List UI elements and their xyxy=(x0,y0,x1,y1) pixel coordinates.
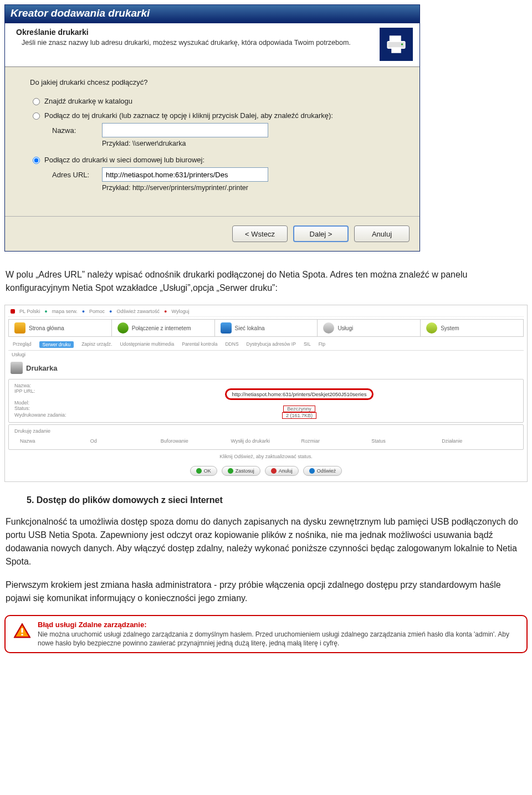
document-paragraph-url-hint: W polu „Adres URL” należy wpisać odnośni… xyxy=(6,268,526,295)
subtab-parental[interactable]: Parental kontrola xyxy=(182,341,217,348)
printer-url-label: Adres URL: xyxy=(52,171,102,179)
tab-system[interactable]: System xyxy=(421,320,523,336)
printer-section-title: Drukarka xyxy=(8,358,524,377)
printer-url-example: Przykład: http://server/printers/myprint… xyxy=(102,184,403,192)
spot-sub-tabs: Przegląd Serwer druku Zapisz urządz. Udo… xyxy=(8,339,524,351)
next-button[interactable]: Dalej > xyxy=(293,225,349,242)
printer-large-icon xyxy=(380,28,413,61)
tab-home[interactable]: Strona główna xyxy=(9,320,112,336)
queue-columns: Nazwa Od Buforowanie Wysłij do drukarki … xyxy=(14,436,518,446)
x-icon xyxy=(271,468,277,474)
refresh-icon xyxy=(309,468,315,474)
add-printer-wizard: Kreator dodawania drukarki Określanie dr… xyxy=(4,4,420,252)
window-titlebar[interactable]: Kreator dodawania drukarki xyxy=(5,5,420,23)
svg-rect-8 xyxy=(21,634,23,635)
home-icon xyxy=(14,322,25,334)
services-icon xyxy=(323,322,334,334)
subtab-sil[interactable]: SIL xyxy=(304,341,311,348)
subtab-overview[interactable]: Przegląd xyxy=(13,341,32,348)
radio-connect-url[interactable] xyxy=(33,157,40,164)
netia-spot-config-screenshot: PL Polski ●mapa serw. ●Pomoc ●Odśwież za… xyxy=(4,305,528,482)
printer-info-box: Nazwa: IPP URL: http://netiaspot.home:63… xyxy=(8,379,524,423)
radio-connect-named[interactable] xyxy=(33,112,40,120)
printer-url-input[interactable] xyxy=(102,167,268,182)
wizard-footer: < Wstecz Dalej > Anuluj xyxy=(5,216,420,251)
wizard-question: Do jakiej drukarki chcesz podłączyć? xyxy=(30,78,403,86)
wizard-header: Określanie drukarki Jeśli nie znasz nazw… xyxy=(5,23,420,67)
radio-connect-url-label: Podłącz do drukarki w sieci domowej lub … xyxy=(44,156,204,164)
radio-find-in-directory-label: Znajdź drukarkę w katalogu xyxy=(44,97,132,105)
subtab-storage[interactable]: Zapisz urządz. xyxy=(81,341,112,348)
ipp-url-value-highlight: http://netiaspot.home:631/printers/Deskj… xyxy=(225,388,374,400)
error-title: Błąd usługi Zdalne zarządzanie: xyxy=(38,620,519,629)
refresh-hint: Kliknij Odśwież, aby zaktualizować statu… xyxy=(8,452,524,461)
radio-connect-named-label: Podłącz do tej drukarki (lub zaznacz tę … xyxy=(44,111,333,120)
system-icon xyxy=(426,322,437,334)
globe-icon xyxy=(117,322,129,334)
printer-icon xyxy=(11,362,23,374)
paragraph-functionality: Funkcjonalność ta umożliwia dostęp spoza… xyxy=(6,515,526,568)
printer-name-input[interactable] xyxy=(102,123,268,137)
spot-top-bar: PL Polski ●mapa serw. ●Pomoc ●Odśwież za… xyxy=(8,307,524,317)
radio-find-in-directory[interactable] xyxy=(33,98,40,105)
wizard-step-title: Określanie drukarki xyxy=(16,28,374,37)
refresh-button[interactable]: Odśwież xyxy=(303,466,342,476)
error-text: Nie można uruchomić usługi zdalnego zarz… xyxy=(38,630,519,648)
remote-management-error-box: Błąd usługi Zdalne zarządzanie: Nie możn… xyxy=(4,615,528,653)
svg-point-4 xyxy=(401,43,403,45)
services-breadcrumb: Usługi xyxy=(8,351,524,358)
subtab-media-share[interactable]: Udostępnianie multimedia xyxy=(120,341,174,348)
warning-icon xyxy=(13,623,31,638)
tab-services[interactable]: Usługi xyxy=(318,320,421,336)
tab-internet-connection[interactable]: Połączenie z internetem xyxy=(112,320,215,336)
tab-local-network[interactable]: Sieć lokalna xyxy=(215,320,318,336)
paragraph-password-hint: Pierwszym krokiem jest zmiana hasła admi… xyxy=(6,578,526,605)
subtab-ddns[interactable]: DDNS xyxy=(225,341,238,348)
back-button[interactable]: < Wstecz xyxy=(232,225,288,242)
heading-5: 5. Dostęp do plików domowych z sieci Int… xyxy=(27,495,526,505)
subtab-print-server[interactable]: Serwer druku xyxy=(39,341,74,348)
subtab-dhcp[interactable]: Dystrybucja adresów IP xyxy=(247,341,296,348)
check-icon xyxy=(228,468,233,474)
spot-cancel-button[interactable]: Anuluj xyxy=(265,466,299,476)
printer-name-label: Nazwa: xyxy=(52,126,102,135)
ok-button[interactable]: OK xyxy=(190,466,217,476)
svg-rect-0 xyxy=(390,35,401,42)
spot-main-tabs: Strona główna Połączenie z internetem Si… xyxy=(8,319,524,337)
apply-button[interactable]: Zastosuj xyxy=(222,466,260,476)
wizard-body: Do jakiej drukarki chcesz podłączyć? Zna… xyxy=(5,67,420,216)
print-queue-box: Drukuję zadanie Nazwa Od Buforowanie Wys… xyxy=(8,424,524,450)
wizard-step-description: Jeśli nie znasz nazwy lub adresu drukark… xyxy=(16,38,374,48)
ipp-url-label: IPP URL: xyxy=(14,388,81,400)
svg-rect-3 xyxy=(391,47,401,53)
network-icon xyxy=(221,322,232,334)
flag-icon xyxy=(11,309,15,314)
spot-action-buttons: OK Zastosuj Anuluj Odśwież xyxy=(8,466,524,476)
printer-name-example: Przykład: \\serwer\drukarka xyxy=(102,140,403,147)
check-icon xyxy=(196,468,202,474)
cancel-button[interactable]: Anuluj xyxy=(354,225,410,242)
svg-rect-7 xyxy=(21,628,23,633)
subtab-ftp[interactable]: Ftp xyxy=(319,341,325,348)
